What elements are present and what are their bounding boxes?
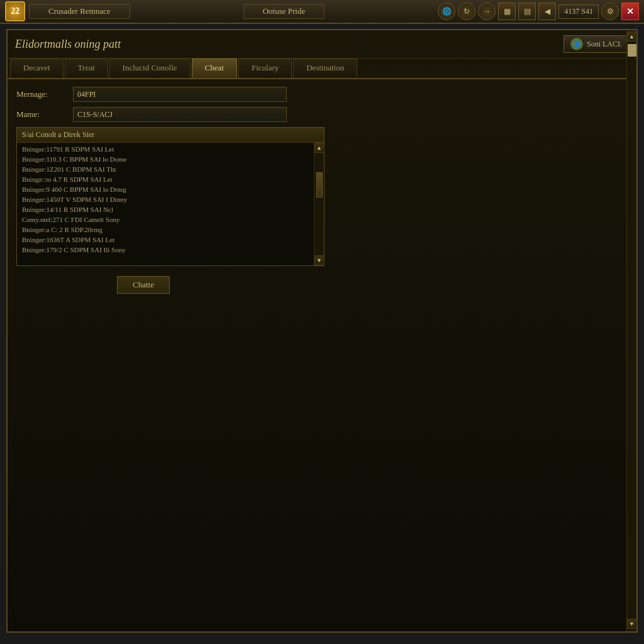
tab-decavet[interactable]: Decavet xyxy=(10,58,64,78)
list-container: S/ai Conolt a Direk Sier Bninger:11791 R… xyxy=(16,127,325,266)
list-item[interactable]: Bninger:14/11 R SDPM SAI Ncl xyxy=(17,204,314,214)
content-area: Mernage: Mame: S/ai Conolt a Direk Sier … xyxy=(8,79,636,301)
list-items: Bninger:11791 R SDPM SAI LetBninger:110.… xyxy=(17,143,314,265)
right-scrollbar: ▲ ▼ xyxy=(626,30,636,631)
list-item[interactable]: Bninger:1Z201 C BDPM SAI Tht xyxy=(17,164,314,174)
arrow-left-icon[interactable]: ◀ xyxy=(538,3,556,20)
mame-input[interactable] xyxy=(73,107,287,122)
arrow-icon[interactable]: → xyxy=(478,3,496,20)
scroll-down-arrow[interactable]: ▼ xyxy=(314,255,325,265)
main-window: Elidortmalls oning patt 👤 Soni LACI. Dec… xyxy=(6,29,638,633)
close-button[interactable]: ✕ xyxy=(621,3,639,20)
list-scrollbar: ▲ ▼ xyxy=(314,143,324,265)
settings-icon[interactable]: ⚙ xyxy=(601,3,619,20)
list-item[interactable]: Bninger:179/2 C SDPM SAI Ili Sony xyxy=(17,245,314,255)
toolbar-icons: 🌐 ↻ → ▦ ▤ ◀ 4137 S41 ⚙ ✕ xyxy=(438,3,639,20)
user-badge: 👤 Soni LACI. xyxy=(564,35,629,53)
list-body: Bninger:11791 R SDPM SAI LetBninger:110.… xyxy=(17,143,324,265)
mame-label: Mame: xyxy=(16,109,67,119)
mernage-label: Mernage: xyxy=(16,89,67,99)
list-item[interactable]: Bninger:1450T V SDPM SAI I Dinny xyxy=(17,194,314,204)
list-item[interactable]: Bninger:1636T A SDPM SAI Let xyxy=(17,235,314,245)
list-item[interactable]: Bninger:a C: 2 R SDP.20rmg xyxy=(17,225,314,235)
tab-inclucid-conolle[interactable]: Inclucid Conolle xyxy=(109,58,191,78)
list-item[interactable]: Bninger:11791 R SDPM SAI Let xyxy=(17,144,314,154)
tab-destination[interactable]: Destination xyxy=(293,58,357,78)
window-title: Elidortmalls oning patt xyxy=(15,38,121,51)
mernage-row: Mernage: xyxy=(16,87,628,102)
tab-treat[interactable]: Treat xyxy=(65,58,108,78)
list-item[interactable]: Bninger:9 460 C BPPM SAI lo Drmg xyxy=(17,184,314,194)
mernage-input[interactable] xyxy=(73,87,287,102)
list-item[interactable]: Comy.ntel:271 C FDI Camelt Sony xyxy=(17,214,314,225)
mame-row: Mame: xyxy=(16,107,628,122)
game-title: Crusader Remnace xyxy=(29,4,130,19)
user-label: Soni LACI. xyxy=(587,40,622,49)
tabs-row: Decavet Treat Inclucid Conolle Cheat Fic… xyxy=(8,58,636,79)
right-scroll-up[interactable]: ▲ xyxy=(627,31,637,42)
tab-cheat[interactable]: Cheat xyxy=(192,58,237,78)
center-title: Ootuse Pride xyxy=(243,4,325,19)
scroll-up-arrow[interactable]: ▲ xyxy=(314,143,325,153)
list-item[interactable]: Bninger:110.3 C BPPM SAI lo Dome xyxy=(17,154,314,164)
top-bar: 22 Crusader Remnace Ootuse Pride 🌐 ↻ → ▦… xyxy=(0,0,644,24)
right-scroll-down[interactable]: ▼ xyxy=(627,619,637,629)
scroll-track xyxy=(315,153,324,255)
scroll-thumb[interactable] xyxy=(316,172,323,197)
tab-ficulary[interactable]: Ficulary xyxy=(238,58,292,78)
counter-display: 4137 S41 xyxy=(558,4,599,19)
user-icon: 👤 xyxy=(570,38,583,50)
globe-icon[interactable]: 🌐 xyxy=(438,3,455,20)
refresh-icon[interactable]: ↻ xyxy=(458,3,475,20)
list-item[interactable]: Bninge::to 4.7 R SDPM SAI Let xyxy=(17,174,314,184)
game-logo: 22 xyxy=(5,1,25,21)
list-header: S/ai Conolt a Direk Sier xyxy=(17,128,324,143)
window-header: Elidortmalls oning patt 👤 Soni LACI. xyxy=(8,30,636,58)
menu-icon1[interactable]: ▦ xyxy=(498,3,516,20)
action-row: Chatte xyxy=(67,271,628,294)
chatte-button[interactable]: Chatte xyxy=(117,276,170,294)
right-scroll-indicator xyxy=(628,44,636,57)
menu-icon2[interactable]: ▤ xyxy=(518,3,536,20)
